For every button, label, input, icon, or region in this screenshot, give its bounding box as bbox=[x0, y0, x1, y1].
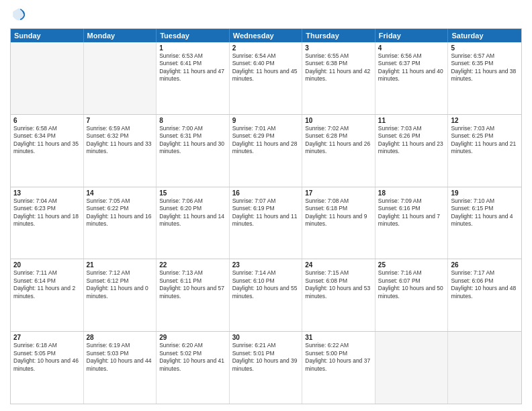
calendar-cell: 19Sunrise: 7:10 AMSunset: 6:15 PMDayligh… bbox=[448, 187, 521, 259]
day-number: 15 bbox=[159, 189, 226, 197]
calendar-cell: 21Sunrise: 7:12 AMSunset: 6:12 PMDayligh… bbox=[84, 259, 157, 331]
calendar-cell: 7Sunrise: 6:59 AMSunset: 6:32 PMDaylight… bbox=[84, 115, 157, 187]
day-number: 21 bbox=[87, 261, 154, 269]
logo bbox=[10, 7, 26, 24]
calendar-cell: 3Sunrise: 6:55 AMSunset: 6:38 PMDaylight… bbox=[302, 42, 375, 114]
weekday-header: Monday bbox=[84, 29, 157, 42]
header bbox=[10, 7, 522, 24]
day-info: Sunrise: 7:10 AMSunset: 6:15 PMDaylight:… bbox=[451, 197, 519, 228]
calendar-cell: 22Sunrise: 7:13 AMSunset: 6:11 PMDayligh… bbox=[157, 259, 230, 331]
weekday-header: Saturday bbox=[448, 29, 521, 42]
day-number: 7 bbox=[87, 117, 154, 124]
day-number: 22 bbox=[159, 261, 226, 269]
day-number: 25 bbox=[378, 261, 445, 269]
day-info: Sunrise: 6:58 AMSunset: 6:34 PMDaylight:… bbox=[13, 125, 81, 156]
day-info: Sunrise: 7:16 AMSunset: 6:07 PMDaylight:… bbox=[378, 269, 445, 300]
calendar-cell: 26Sunrise: 7:17 AMSunset: 6:06 PMDayligh… bbox=[448, 259, 521, 331]
calendar-cell: 11Sunrise: 7:03 AMSunset: 6:26 PMDayligh… bbox=[375, 115, 449, 187]
day-number: 24 bbox=[305, 261, 372, 269]
calendar-cell: 24Sunrise: 7:15 AMSunset: 6:08 PMDayligh… bbox=[302, 259, 375, 331]
calendar-cell: 16Sunrise: 7:07 AMSunset: 6:19 PMDayligh… bbox=[230, 187, 303, 259]
calendar-cell: 23Sunrise: 7:14 AMSunset: 6:10 PMDayligh… bbox=[230, 259, 303, 331]
logo-icon bbox=[11, 7, 26, 21]
calendar-cell: 17Sunrise: 7:08 AMSunset: 6:18 PMDayligh… bbox=[302, 187, 375, 259]
day-number: 20 bbox=[13, 261, 81, 269]
day-info: Sunrise: 7:02 AMSunset: 6:28 PMDaylight:… bbox=[305, 125, 372, 156]
calendar: SundayMondayTuesdayWednesdayThursdayFrid… bbox=[10, 28, 522, 404]
calendar-cell: 9Sunrise: 7:01 AMSunset: 6:29 PMDaylight… bbox=[230, 115, 303, 187]
calendar-cell: 18Sunrise: 7:09 AMSunset: 6:16 PMDayligh… bbox=[375, 187, 449, 259]
calendar-header: SundayMondayTuesdayWednesdayThursdayFrid… bbox=[11, 29, 521, 42]
day-number: 17 bbox=[305, 189, 372, 197]
day-info: Sunrise: 6:53 AMSunset: 6:41 PMDaylight:… bbox=[159, 52, 226, 83]
day-info: Sunrise: 7:07 AMSunset: 6:19 PMDaylight:… bbox=[232, 197, 300, 228]
day-info: Sunrise: 6:56 AMSunset: 6:37 PMDaylight:… bbox=[378, 52, 445, 83]
calendar-cell bbox=[375, 332, 449, 404]
calendar-cell: 27Sunrise: 6:18 AMSunset: 5:05 PMDayligh… bbox=[11, 332, 84, 404]
day-info: Sunrise: 7:01 AMSunset: 6:29 PMDaylight:… bbox=[232, 125, 300, 156]
calendar-body: 1Sunrise: 6:53 AMSunset: 6:41 PMDaylight… bbox=[11, 42, 521, 404]
calendar-cell: 30Sunrise: 6:21 AMSunset: 5:01 PMDayligh… bbox=[230, 332, 303, 404]
day-number: 16 bbox=[232, 189, 300, 197]
day-number: 5 bbox=[451, 44, 519, 52]
day-info: Sunrise: 7:09 AMSunset: 6:16 PMDaylight:… bbox=[378, 197, 445, 228]
day-number: 1 bbox=[159, 44, 226, 52]
day-number: 4 bbox=[378, 44, 445, 52]
calendar-cell: 2Sunrise: 6:54 AMSunset: 6:40 PMDaylight… bbox=[230, 42, 303, 114]
day-number: 2 bbox=[232, 44, 300, 52]
weekday-header: Wednesday bbox=[230, 29, 303, 42]
day-info: Sunrise: 6:21 AMSunset: 5:01 PMDaylight:… bbox=[232, 342, 300, 373]
day-info: Sunrise: 7:11 AMSunset: 6:14 PMDaylight:… bbox=[13, 269, 81, 300]
day-info: Sunrise: 6:20 AMSunset: 5:02 PMDaylight:… bbox=[159, 342, 226, 373]
day-info: Sunrise: 6:57 AMSunset: 6:35 PMDaylight:… bbox=[451, 52, 519, 83]
day-info: Sunrise: 7:04 AMSunset: 6:23 PMDaylight:… bbox=[13, 197, 81, 228]
day-number: 23 bbox=[232, 261, 300, 269]
day-number: 3 bbox=[305, 44, 372, 52]
day-number: 10 bbox=[305, 117, 372, 124]
day-info: Sunrise: 7:03 AMSunset: 6:26 PMDaylight:… bbox=[378, 125, 445, 156]
day-info: Sunrise: 6:18 AMSunset: 5:05 PMDaylight:… bbox=[13, 342, 81, 373]
day-info: Sunrise: 7:13 AMSunset: 6:11 PMDaylight:… bbox=[159, 269, 226, 300]
calendar-cell bbox=[448, 332, 521, 404]
calendar-row: 13Sunrise: 7:04 AMSunset: 6:23 PMDayligh… bbox=[11, 187, 521, 259]
calendar-cell bbox=[11, 42, 84, 114]
day-number: 9 bbox=[232, 117, 300, 124]
calendar-cell: 13Sunrise: 7:04 AMSunset: 6:23 PMDayligh… bbox=[11, 187, 84, 259]
calendar-cell: 4Sunrise: 6:56 AMSunset: 6:37 PMDaylight… bbox=[375, 42, 449, 114]
day-number: 13 bbox=[13, 189, 81, 197]
day-info: Sunrise: 7:08 AMSunset: 6:18 PMDaylight:… bbox=[305, 197, 372, 228]
day-info: Sunrise: 7:03 AMSunset: 6:25 PMDaylight:… bbox=[451, 125, 519, 156]
day-number: 28 bbox=[87, 334, 154, 341]
calendar-row: 20Sunrise: 7:11 AMSunset: 6:14 PMDayligh… bbox=[11, 259, 521, 331]
day-info: Sunrise: 6:19 AMSunset: 5:03 PMDaylight:… bbox=[87, 342, 154, 373]
calendar-cell: 29Sunrise: 6:20 AMSunset: 5:02 PMDayligh… bbox=[157, 332, 230, 404]
day-number: 12 bbox=[451, 117, 519, 124]
calendar-cell: 5Sunrise: 6:57 AMSunset: 6:35 PMDaylight… bbox=[448, 42, 521, 114]
day-number: 11 bbox=[378, 117, 445, 124]
page: SundayMondayTuesdayWednesdayThursdayFrid… bbox=[0, 0, 532, 411]
day-info: Sunrise: 7:00 AMSunset: 6:31 PMDaylight:… bbox=[159, 125, 226, 156]
calendar-cell: 20Sunrise: 7:11 AMSunset: 6:14 PMDayligh… bbox=[11, 259, 84, 331]
day-number: 19 bbox=[451, 189, 519, 197]
day-info: Sunrise: 6:59 AMSunset: 6:32 PMDaylight:… bbox=[87, 125, 154, 156]
day-info: Sunrise: 7:12 AMSunset: 6:12 PMDaylight:… bbox=[87, 269, 154, 300]
calendar-cell: 10Sunrise: 7:02 AMSunset: 6:28 PMDayligh… bbox=[302, 115, 375, 187]
calendar-cell: 1Sunrise: 6:53 AMSunset: 6:41 PMDaylight… bbox=[157, 42, 230, 114]
day-number: 27 bbox=[13, 334, 81, 341]
day-info: Sunrise: 7:06 AMSunset: 6:20 PMDaylight:… bbox=[159, 197, 226, 228]
calendar-cell bbox=[84, 42, 157, 114]
calendar-cell: 25Sunrise: 7:16 AMSunset: 6:07 PMDayligh… bbox=[375, 259, 449, 331]
day-info: Sunrise: 7:14 AMSunset: 6:10 PMDaylight:… bbox=[232, 269, 300, 300]
calendar-row: 1Sunrise: 6:53 AMSunset: 6:41 PMDaylight… bbox=[11, 42, 521, 114]
day-number: 14 bbox=[87, 189, 154, 197]
day-number: 6 bbox=[13, 117, 81, 124]
calendar-cell: 31Sunrise: 6:22 AMSunset: 5:00 PMDayligh… bbox=[302, 332, 375, 404]
day-info: Sunrise: 7:05 AMSunset: 6:22 PMDaylight:… bbox=[87, 197, 154, 228]
day-info: Sunrise: 7:17 AMSunset: 6:06 PMDaylight:… bbox=[451, 269, 519, 300]
day-number: 29 bbox=[159, 334, 226, 341]
day-info: Sunrise: 7:15 AMSunset: 6:08 PMDaylight:… bbox=[305, 269, 372, 300]
weekday-header: Tuesday bbox=[157, 29, 230, 42]
calendar-cell: 28Sunrise: 6:19 AMSunset: 5:03 PMDayligh… bbox=[84, 332, 157, 404]
day-info: Sunrise: 6:55 AMSunset: 6:38 PMDaylight:… bbox=[305, 52, 372, 83]
day-number: 18 bbox=[378, 189, 445, 197]
